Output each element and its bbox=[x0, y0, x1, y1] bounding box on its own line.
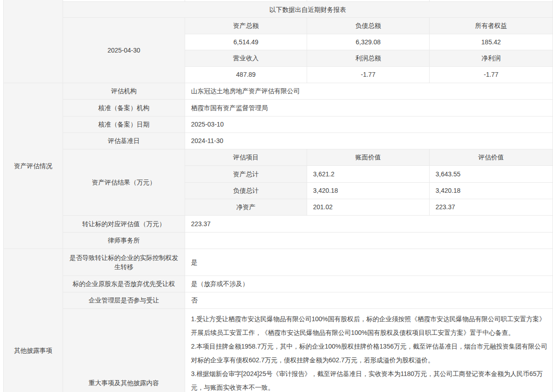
eval-row-net-assets-book: 201.02 bbox=[307, 199, 430, 216]
section-cell-other-disclosure: 其他披露事项 bbox=[3, 249, 63, 392]
eval-header-label: 评估价值 bbox=[479, 153, 504, 162]
eval-row-assets-book: 3,621.2 bbox=[307, 166, 430, 183]
fin-value-total-liabilities: 6,329.08 bbox=[307, 34, 430, 50]
fin-value-total-profit: -1.77 bbox=[307, 67, 430, 83]
eval-header-label: 评估项目 bbox=[233, 153, 259, 162]
fin-header-label: 利润总额 bbox=[356, 53, 381, 63]
row-label: 核准（备案）机构 bbox=[98, 103, 149, 112]
value-eval-agency: 山东冠达土地房地产资产评估有限公司 bbox=[185, 83, 553, 100]
eval-row-liabilities-eval: 3,420.18 bbox=[430, 183, 553, 199]
row-label: 资产评估结果（万元） bbox=[92, 178, 156, 187]
fin-value: -1.77 bbox=[484, 70, 499, 79]
eval-table-header-book-value: 账面价值 bbox=[307, 149, 430, 166]
fin-value-owner-equity: 185.42 bbox=[430, 34, 553, 50]
row-value: 是 bbox=[191, 258, 197, 267]
eval-item-label: 净资产 bbox=[236, 202, 255, 212]
value-control-transfer: 是 bbox=[185, 249, 553, 276]
row-label: 转让标的对应评估值（万元） bbox=[82, 219, 165, 228]
eval-value: 3,420.18 bbox=[436, 186, 461, 195]
fin-value-revenue: 487.89 bbox=[185, 67, 307, 83]
row-label: 企业管理层是否参与受让 bbox=[89, 296, 159, 305]
fin-header-label: 资产总额 bbox=[233, 21, 259, 30]
disclosure-table-page: 资产评估情况 其他披露事项 以下数据出自近期财务报表 2025-04-30 资产… bbox=[0, 0, 553, 392]
row-label: 核准（备案）日期 bbox=[98, 120, 149, 129]
fin-value: -1.77 bbox=[361, 70, 376, 79]
eval-table-header-eval-value: 评估价值 bbox=[430, 149, 553, 166]
eval-row-assets-label: 资产总计 bbox=[185, 166, 307, 183]
fin-value: 487.89 bbox=[236, 70, 256, 79]
fin-value-net-profit: -1.77 bbox=[430, 67, 553, 83]
row-value: 否 bbox=[191, 296, 197, 305]
section-label-other-disclosure: 其他披露事项 bbox=[14, 346, 53, 355]
value-approval-agency: 栖霞市国有资产监督管理局 bbox=[185, 100, 553, 117]
value-management-participation: 否 bbox=[185, 292, 553, 309]
eval-table-header-item: 评估项目 bbox=[185, 149, 307, 166]
row-label: 是否导致转让标的企业的实际控制权发生转移 bbox=[69, 253, 178, 272]
eval-row-assets-eval: 3,643.55 bbox=[430, 166, 553, 183]
row-value: 栖霞市国有资产监督管理局 bbox=[191, 103, 268, 112]
major-item-1: 1.受让方受让栖霞市安达民爆物品有限公司100%国有股权后，标的企业须按照《栖霞… bbox=[191, 312, 548, 339]
label-management-participation: 企业管理层是否参与受让 bbox=[63, 292, 185, 309]
value-law-firm bbox=[185, 233, 553, 249]
fin-header-label: 负债总额 bbox=[356, 21, 381, 30]
value-approval-date: 2025-03-10 bbox=[185, 117, 553, 133]
eval-row-liabilities-book: 3,420.18 bbox=[307, 183, 430, 199]
report-date-cell: 2025-04-30 bbox=[63, 18, 185, 83]
eval-value: 201.02 bbox=[313, 202, 333, 212]
fin-header-total-profit: 利润总额 bbox=[307, 50, 430, 67]
fin-header-owner-equity: 所有者权益 bbox=[430, 18, 553, 34]
row-value: 223.37 bbox=[191, 219, 211, 228]
section-cell-asset-eval: 资产评估情况 bbox=[3, 83, 63, 249]
eval-row-liabilities-label: 负债总计 bbox=[185, 183, 307, 199]
label-transfer-eval-value: 转让标的对应评估值（万元） bbox=[63, 216, 185, 233]
financial-note-text: 以下数据出自近期财务报表 bbox=[270, 5, 346, 14]
fin-header-revenue: 营业收入 bbox=[185, 50, 307, 67]
label-major-items: 重大事项及其他披露内容 bbox=[63, 309, 185, 392]
value-transfer-eval-value: 223.37 bbox=[185, 216, 553, 233]
financial-note-row: 以下数据出自近期财务报表 bbox=[63, 2, 553, 18]
row-value: 是（放弃或不涉及） bbox=[191, 279, 249, 288]
eval-value: 3,621.2 bbox=[313, 170, 335, 179]
label-control-transfer: 是否导致转让标的企业的实际控制权发生转移 bbox=[63, 249, 185, 276]
fin-header-label: 所有者权益 bbox=[475, 21, 507, 30]
row-value: 2024-11-30 bbox=[191, 136, 223, 145]
major-item-3: 3.根据烟新会审字[2024]25号《审计报告》，截至评估基准日，实收资本为11… bbox=[191, 367, 548, 392]
label-eval-result: 资产评估结果（万元） bbox=[63, 149, 185, 216]
value-eval-base-date: 2024-11-30 bbox=[185, 133, 553, 149]
fin-header-label: 净利润 bbox=[482, 53, 501, 63]
eval-row-net-assets-eval: 223.37 bbox=[430, 199, 553, 216]
eval-value: 223.37 bbox=[436, 202, 455, 212]
label-eval-base-date: 评估基准日 bbox=[63, 133, 185, 149]
fin-header-total-assets: 资产总额 bbox=[185, 18, 307, 34]
label-eval-agency: 评估机构 bbox=[63, 83, 185, 100]
fin-value: 6,514.49 bbox=[234, 37, 259, 47]
fin-header-net-profit: 净利润 bbox=[430, 50, 553, 67]
row-label: 律师事务所 bbox=[108, 236, 140, 245]
row-value: 2025-03-10 bbox=[191, 120, 224, 129]
eval-item-label: 负债总计 bbox=[233, 186, 259, 195]
major-item-2: 2.本项目挂牌金额1958.7万元，其中，标的企业100%股权挂牌价格1356万… bbox=[191, 339, 548, 367]
label-waive-preemptive-right: 标的企业原股东是否放弃优先受让权 bbox=[63, 276, 185, 292]
fin-header-total-liabilities: 负债总额 bbox=[307, 18, 430, 34]
value-waive-preemptive-right: 是（放弃或不涉及） bbox=[185, 276, 553, 292]
fin-header-label: 营业收入 bbox=[233, 53, 259, 63]
value-major-items: 1.受让方受让栖霞市安达民爆物品有限公司100%国有股权后，标的企业须按照《栖霞… bbox=[185, 309, 553, 392]
eval-item-label: 资产总计 bbox=[233, 170, 259, 179]
fin-value: 6,329.08 bbox=[356, 37, 381, 47]
row-label: 重大事项及其他披露内容 bbox=[89, 378, 159, 387]
eval-value: 3,420.18 bbox=[313, 186, 338, 195]
fin-value-total-assets: 6,514.49 bbox=[185, 34, 307, 50]
label-law-firm: 律师事务所 bbox=[63, 233, 185, 249]
label-approval-agency: 核准（备案）机构 bbox=[63, 100, 185, 117]
section-cell-financials bbox=[3, 0, 63, 83]
row-label: 评估基准日 bbox=[108, 136, 140, 145]
label-approval-date: 核准（备案）日期 bbox=[63, 117, 185, 133]
section-label-asset-eval: 资产评估情况 bbox=[14, 161, 53, 170]
row-value: 山东冠达土地房地产资产评估有限公司 bbox=[191, 86, 300, 95]
fin-value: 185.42 bbox=[481, 37, 501, 47]
eval-header-label: 账面价值 bbox=[356, 153, 381, 162]
eval-row-net-assets-label: 净资产 bbox=[185, 199, 307, 216]
row-label: 评估机构 bbox=[111, 86, 137, 95]
row-label: 标的企业原股东是否放弃优先受让权 bbox=[73, 279, 175, 288]
eval-value: 3,643.55 bbox=[436, 170, 461, 179]
